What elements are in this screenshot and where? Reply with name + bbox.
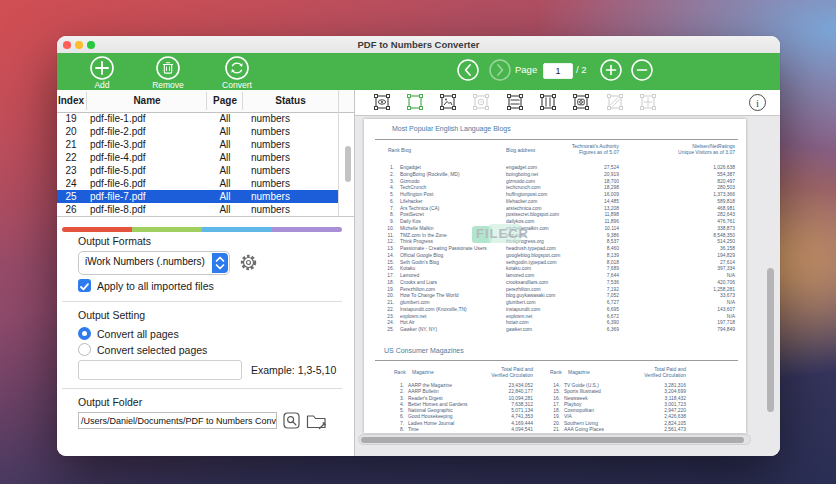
blog-row: 6.Lifehackerlifehacker.com14,485589,818 (364, 199, 746, 206)
blog-row: 3.Gizmodogizmodo.com18,700820,497 (364, 179, 746, 186)
magazines-header-rank-left: Rank (394, 369, 406, 375)
pdf-preview-page: Most Popular English Language Blogs Rank… (364, 119, 746, 433)
disc-region-icon (471, 92, 491, 116)
blog-row: 4.TechCrunchtechcrunch.com18,298280,503 (364, 185, 746, 192)
preview-panel: i Most Popular English Language Blogs Ra… (354, 90, 780, 456)
blog-row: 10.Michelle Malkinmichellemalkin.com10,1… (364, 226, 746, 233)
convert-selected-pages-radio[interactable] (78, 343, 91, 356)
file-row[interactable]: 21pdf-file-3.pdfAllnumbers (57, 138, 338, 151)
file-table-body: 19pdf-file-1.pdfAllnumbers20pdf-file-2.p… (57, 112, 338, 216)
gear-icon (238, 252, 259, 273)
blogs-header-address: Blog address (506, 147, 535, 153)
table-rows-icon[interactable] (505, 92, 525, 116)
convert-all-pages-label: Convert all pages (97, 328, 179, 340)
capture-region-icon[interactable] (571, 92, 591, 116)
convert-refresh-icon (224, 55, 250, 81)
range-example-label: Example: 1,3-5,10 (251, 364, 336, 376)
blogs-header-visitors: Nielsen/NetRatings Unique Visitors as of… (653, 143, 735, 155)
rainbow-divider (62, 227, 342, 232)
blog-row: 19.Perezhilton.comperezhilton.com7,1921,… (364, 287, 746, 294)
magazines-table-right: 14.TV Guide (U.S.)3,281,31615.Sports Ill… (364, 383, 746, 433)
file-table-scrollbar[interactable] (338, 90, 355, 216)
blog-row: 2.BoingBoing (Rockville, MD)boingboing.n… (364, 172, 746, 179)
output-folder-path-field[interactable]: /Users/Daniel/Documents/PDF to Numbers C… (78, 412, 277, 429)
magazines-header-circulation-left: Total Paid and Verified Circulation (474, 366, 533, 378)
blog-row: 23.explosm.netexplosm.net6,672N/A (364, 314, 746, 321)
app-window: PDF to Numbers Converter Add Remove (57, 36, 780, 456)
blog-row: 20.How To Change The Worldblog.guykawasa… (364, 293, 746, 300)
header-status: Status (243, 95, 338, 106)
file-row[interactable]: 26pdf-file-8.pdfAllnumbers (57, 203, 338, 216)
magazine-row: 21.AAA Going Places2,561,473 (364, 427, 746, 433)
preview-eye-icon[interactable] (372, 92, 392, 116)
dropdown-stepper-icon (212, 253, 228, 273)
add-button[interactable]: Add (72, 55, 132, 90)
file-row[interactable]: 20pdf-file-2.pdfAllnumbers (57, 125, 338, 138)
blog-row: 11.TMZ.com In the Zonetmz.com9,3868,548,… (364, 233, 746, 240)
format-dropdown-value: iWork Numbers (.numbers) (79, 256, 211, 267)
convert-label: Convert (207, 80, 267, 90)
reveal-folder-button[interactable] (283, 412, 300, 433)
blog-row: 7.Ars Technica (CA)arstechnica.com13,208… (364, 206, 746, 213)
convert-selected-pages-label: Convert selected pages (97, 344, 207, 356)
blogs-header-blog: Blog (401, 147, 411, 153)
page-number-input[interactable]: 1 (543, 63, 573, 79)
zoom-in-icon[interactable] (600, 59, 622, 81)
blog-row: 21.glumbert.comglumbert.com6,727N/A (364, 300, 746, 307)
main-toolbar: Add Remove Convert (57, 53, 780, 91)
magazines-header-magazine-right: Magazine (568, 369, 590, 375)
choose-folder-icon (306, 412, 327, 430)
blog-row: 1.Engadgetengadget.com27,5241,026,638 (364, 165, 746, 172)
remove-button[interactable]: Remove (138, 55, 198, 90)
blog-row: 24.Hot Airhotair.com6,390197,718 (364, 320, 746, 327)
preview-horizontal-scrollbar-thumb[interactable] (361, 437, 744, 444)
checkmark-icon (78, 280, 91, 293)
selection-frame-icon[interactable] (405, 92, 425, 116)
header-page: Page (207, 95, 243, 106)
blog-row: 13.Passionate - Creating Passionate User… (364, 246, 746, 253)
reveal-search-icon (283, 412, 300, 429)
preview-vertical-scrollbar[interactable] (767, 268, 774, 412)
choose-folder-button[interactable] (306, 412, 327, 434)
convert-button[interactable]: Convert (207, 55, 267, 90)
blog-row: 15.Seth Godin's Blogsethgodin.typepad.co… (364, 260, 746, 267)
blog-row: 25.Gawker (NY, NY)gawker.com6,369794,849 (364, 327, 746, 334)
file-row[interactable]: 23pdf-file-5.pdfAllnumbers (57, 164, 338, 177)
zoom-out-icon[interactable] (631, 59, 653, 81)
file-row[interactable]: 19pdf-file-1.pdfAllnumbers (57, 112, 338, 125)
header-name: Name (87, 95, 207, 106)
file-table-header: Index Name Page Status (57, 90, 354, 113)
info-icon[interactable]: i (749, 94, 766, 111)
add-icon (89, 55, 115, 81)
output-setting-label: Output Setting (78, 309, 145, 321)
file-row[interactable]: 24pdf-file-6.pdfAllnumbers (57, 177, 338, 190)
magazines-header-circulation-right: Total Paid and Verified Circulation (627, 366, 686, 378)
blog-row: 5.Huffington Posthuffingtonpost.com16,00… (364, 192, 746, 199)
apply-all-checkbox[interactable] (78, 279, 91, 292)
convert-all-pages-radio[interactable] (78, 327, 91, 340)
blog-row: 12.Think Progressthinkprogress.org8,5375… (364, 239, 746, 246)
back-icon[interactable] (457, 59, 479, 81)
blogs-header-rank: Rank (388, 147, 400, 153)
image-region-icon[interactable] (438, 92, 458, 116)
table-columns-icon[interactable] (538, 92, 558, 116)
format-dropdown[interactable]: iWork Numbers (.numbers) (78, 251, 230, 275)
grid-region-icon (638, 92, 658, 116)
file-row[interactable]: 22pdf-file-4.pdfAllnumbers (57, 151, 338, 164)
page-label: Page (515, 64, 537, 75)
file-table-scrollbar-thumb[interactable] (345, 146, 351, 182)
preview-horizontal-scrollbar[interactable] (358, 434, 751, 445)
blogs-table-title: Most Popular English Language Blogs (392, 125, 511, 132)
magazines-table-title: US Consumer Magazines (384, 347, 464, 354)
watermark: FILECR (472, 223, 542, 245)
blog-row: 9.Daily Kosdailykos.com11,896476,761 (364, 219, 746, 226)
blogs-header-authority: Technorati's Authority Figures as of 5.0… (544, 143, 619, 155)
format-settings-button[interactable] (238, 252, 259, 277)
add-label: Add (72, 80, 132, 90)
blogs-table-body: 1.Engadgetengadget.com27,5241,026,6382.B… (364, 165, 746, 334)
header-index: Index (57, 95, 85, 106)
file-row[interactable]: 25pdf-file-7.pdfAllnumbers (57, 190, 338, 203)
page-range-input[interactable] (78, 360, 242, 380)
blog-row: 14.Official Google Bloggoogleblog.blogsp… (364, 253, 746, 260)
file-list-panel: Index Name Page Status 19pdf-file-1.pdfA… (57, 90, 354, 456)
